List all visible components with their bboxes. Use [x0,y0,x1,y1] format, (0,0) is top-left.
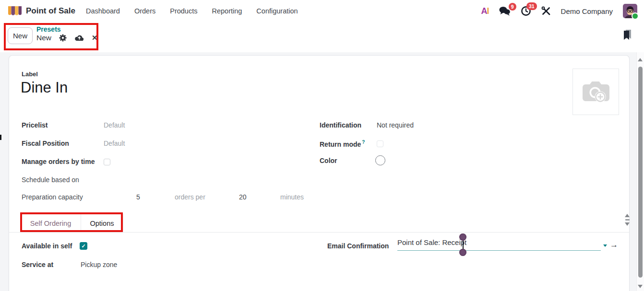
tools-icon[interactable] [541,6,551,16]
chevron-down-icon[interactable] [603,244,607,247]
odoo-pos-preset-form-screen: Point of Sale Dashboard Orders Products … [0,0,644,291]
user-menu[interactable] [623,4,637,18]
help-question-icon[interactable]: ? [362,140,365,145]
check-icon: ✓ [81,244,85,249]
menu-configuration[interactable]: Configuration [256,7,298,15]
image-upload-placeholder[interactable] [572,69,619,115]
new-button[interactable]: New [8,27,33,44]
camera-plus-icon [581,79,611,105]
label-caption: Label [22,70,38,78]
scroll-down-icon[interactable] [625,222,630,226]
scrollbar-thumb[interactable] [638,67,643,278]
preparation-count-input[interactable]: 5 [136,193,140,201]
selection-handle-top[interactable] [459,233,466,241]
breadcrumb-presets-link[interactable]: Presets [36,25,98,33]
top-navbar: Point of Sale Dashboard Orders Products … [0,0,644,22]
fiscal-position-field[interactable]: Default [104,140,125,147]
pricelist-label: Pricelist [22,121,48,129]
scroll-drag-dash[interactable] [625,219,630,221]
scroll-up-icon[interactable] [625,214,630,217]
email-confirmation-label: Email Confirmation [327,242,389,250]
company-switcher[interactable]: Demo Company [561,7,613,15]
selection-handle-bottom[interactable] [459,249,466,256]
preparation-interval-input[interactable]: 20 [239,193,247,201]
tab-strip-divider [9,232,629,233]
preset-name-input[interactable]: Dine In [21,79,68,96]
service-at-field[interactable]: Pickup zone [81,261,117,268]
discard-icon[interactable]: ✕ [92,34,98,42]
scrollbar-up-arrow-icon[interactable] [638,58,643,61]
menu-dashboard[interactable]: Dashboard [86,7,120,15]
bookmark-icon[interactable] [622,29,632,43]
color-picker-circle[interactable] [375,155,385,165]
fiscal-position-label: Fiscal Position [22,140,69,147]
manage-orders-checkbox[interactable] [104,159,110,165]
gear-icon[interactable] [59,34,67,42]
identification-label: Identification [320,121,361,129]
menu-reporting[interactable]: Reporting [212,7,242,15]
tab-options[interactable]: Options [81,214,123,233]
internal-link-arrow-icon[interactable]: → [610,240,618,250]
manage-orders-label: Manage orders by time [22,158,95,165]
main-menu: Dashboard Orders Products Reporting Conf… [86,7,298,15]
schedule-based-on-label: Schedule based on [22,176,79,184]
preparation-unit-text: orders per [175,193,205,201]
preparation-interval-unit-text: minutes [280,193,304,201]
available-in-self-label: Available in self [22,242,72,250]
activities-badge: 31 [526,2,537,10]
messages-badge: 9 [509,3,516,11]
messages-button[interactable]: 9 [499,6,511,16]
menu-products[interactable]: Products [170,7,197,15]
tab-self-ordering[interactable]: Self Ordering [21,214,81,233]
preparation-capacity-label: Preparation capacity [22,193,83,201]
available-in-self-checkbox[interactable]: ✓ [80,242,87,250]
color-label: Color [320,157,337,164]
vertical-scrollbar[interactable] [636,52,644,291]
activities-button[interactable]: 31 [521,6,531,16]
ai-assistant-icon[interactable]: AI [481,6,489,16]
control-panel: New Presets New [0,22,644,52]
online-status-dot [632,12,639,20]
breadcrumb-current-record: New [36,34,51,42]
mini-scroll-widget [622,214,632,235]
app-title[interactable]: Point of Sale [26,6,75,16]
breadcrumb: Presets New [36,25,98,42]
service-at-label: Service at [22,261,53,268]
identification-field[interactable]: Not required [377,121,414,129]
return-mode-checkbox[interactable] [377,140,383,147]
pos-awning-logo-icon[interactable] [8,5,22,17]
cloud-save-icon[interactable] [74,34,84,42]
pricelist-field[interactable]: Default [104,121,125,129]
return-mode-label: Return mode? [320,140,365,149]
form-sheet: Label Dine In Pricelist Default Fiscal P… [9,55,630,291]
scrollbar-down-arrow-icon[interactable] [638,285,643,288]
screen-edge-artifact [0,135,1,140]
email-confirmation-input[interactable]: Point of Sale: Receipt [397,238,601,251]
menu-orders[interactable]: Orders [134,7,155,15]
